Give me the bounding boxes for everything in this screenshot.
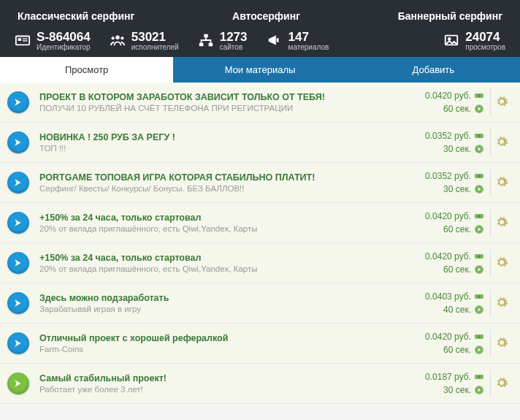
row-main: Здесь можно подзаработатьЗарабатывай игр… (39, 293, 404, 313)
row-price: 0.0420 руб. (425, 210, 471, 223)
svg-rect-7 (204, 34, 208, 37)
money-icon (474, 131, 484, 141)
list-item[interactable]: НОВИНКА ! 250 РУБ ЗА РЕГУ !ТОП !!!0.0352… (0, 123, 520, 163)
gear-icon (495, 95, 508, 110)
svg-point-23 (478, 215, 481, 218)
cursor-icon (7, 373, 29, 394)
row-title[interactable]: ПРОЕКТ В КОТОРОМ ЗАРАБОТОК ЗАВИСИТ ТОЛЬК… (39, 92, 404, 102)
row-title[interactable]: +150% за 24 часа, только стартовал (39, 213, 404, 223)
stat-exec: 53021 исполнителей (110, 31, 179, 51)
stat-views-value: 24074 (465, 31, 505, 43)
row-price: 0.0403 руб. (425, 290, 471, 303)
list-item[interactable]: Самый стабильный проект!Работает уже бол… (0, 364, 520, 404)
tab-add[interactable]: Добавить (347, 57, 520, 83)
svg-rect-8 (199, 42, 204, 46)
row-main: +150% за 24 часа, только стартовал20% от… (39, 253, 404, 273)
row-time: 40 сек. (443, 303, 471, 316)
row-meta: 0.0352 руб.30 сек. (404, 169, 484, 196)
row-title[interactable]: Отличный проект с хорошей рефералкой (39, 333, 404, 343)
stat-views-label: просмотров (465, 43, 505, 51)
svg-point-29 (478, 295, 481, 298)
row-time: 30 сек. (443, 142, 471, 156)
cursor-icon (7, 91, 29, 113)
row-action[interactable] (490, 209, 513, 237)
stat-materials: 147 материалов (267, 31, 329, 51)
gear-icon (495, 175, 508, 191)
list-item[interactable]: PORTGAME ТОПОВАЯ ИГРА КОТОРАЯ СТАБИЛЬНО … (0, 163, 520, 203)
play-icon (474, 224, 484, 234)
svg-point-6 (121, 37, 123, 39)
row-title[interactable]: НОВИНКА ! 250 РУБ ЗА РЕГУ ! (39, 132, 404, 142)
cursor-icon (7, 332, 29, 354)
list-item[interactable]: Здесь можно подзаработатьЗарабатывай игр… (0, 283, 520, 324)
money-icon (474, 251, 484, 261)
svg-point-17 (478, 134, 481, 137)
svg-rect-10 (276, 38, 278, 42)
list-item[interactable]: +150% за 24 часа, только стартовал20% от… (0, 243, 520, 283)
row-price: 0.0187 руб. (425, 370, 471, 383)
money-icon (474, 332, 484, 342)
row-meta: 0.0187 руб.30 сек. (404, 370, 484, 397)
row-action[interactable] (490, 169, 513, 196)
top-tab-classic[interactable]: Классический серфинг (18, 10, 134, 22)
stat-materials-label: материалов (288, 43, 329, 51)
play-icon (474, 305, 484, 315)
money-icon (474, 91, 484, 101)
row-title[interactable]: Здесь можно подзаработать (39, 293, 404, 303)
row-meta: 0.0420 руб.60 сек. (404, 210, 484, 236)
svg-point-20 (478, 175, 481, 177)
task-list: ПРОЕКТ В КОТОРОМ ЗАРАБОТОК ЗАВИСИТ ТОЛЬК… (0, 83, 520, 404)
stat-id: S-864064 Идентификатор (15, 31, 91, 51)
row-main: PORTGAME ТОПОВАЯ ИГРА КОТОРАЯ СТАБИЛЬНО … (39, 172, 404, 193)
tab-view[interactable]: Просмотр (0, 57, 173, 83)
megaphone-icon (267, 32, 283, 50)
svg-point-12 (448, 37, 451, 39)
tab-my[interactable]: Мои материалы (173, 57, 346, 83)
cursor-icon (7, 292, 29, 314)
row-main: ПРОЕКТ В КОТОРОМ ЗАРАБОТОК ЗАВИСИТ ТОЛЬК… (39, 92, 404, 112)
row-time: 60 сек. (443, 263, 471, 276)
money-icon (474, 291, 484, 302)
list-item[interactable]: ПРОЕКТ В КОТОРОМ ЗАРАБОТОК ЗАВИСИТ ТОЛЬК… (0, 83, 520, 123)
tabs-blue: Просмотр Мои материалы Добавить (0, 57, 520, 83)
row-action[interactable] (490, 329, 513, 357)
row-title[interactable]: +150% за 24 часа, только стартовал (39, 253, 404, 263)
svg-point-14 (478, 94, 481, 97)
stat-exec-label: исполнителей (131, 43, 179, 51)
row-action[interactable] (490, 370, 513, 397)
stat-views: 24074 просмотров (443, 31, 505, 51)
row-time: 30 сек. (443, 383, 471, 397)
money-icon (474, 171, 484, 181)
row-meta: 0.0403 руб.40 сек. (404, 290, 484, 316)
row-meta: 0.0420 руб.60 сек. (404, 250, 484, 276)
top-tab-banner[interactable]: Баннерный серфинг (398, 10, 502, 22)
play-icon (474, 345, 484, 355)
row-price: 0.0420 руб. (425, 330, 471, 343)
row-meta: 0.0352 руб.30 сек. (404, 129, 484, 156)
row-action[interactable] (490, 289, 513, 317)
stat-materials-value: 147 (288, 31, 329, 43)
gear-icon (495, 376, 508, 392)
row-action[interactable] (490, 129, 513, 156)
row-price: 0.0420 руб. (425, 250, 471, 263)
play-icon (474, 184, 484, 194)
row-action[interactable] (490, 88, 513, 116)
row-title[interactable]: PORTGAME ТОПОВАЯ ИГРА КОТОРАЯ СТАБИЛЬНО … (39, 172, 404, 183)
cursor-icon (7, 212, 29, 234)
row-title[interactable]: Самый стабильный проект! (39, 373, 404, 383)
row-subtitle: ПОЛУЧИ 10 РУБЛЕЙ НА СЧЁТ ТЕЛЕФОНА ПРИ РЕ… (39, 104, 404, 112)
row-time: 60 сек. (443, 223, 471, 236)
list-item[interactable]: Отличный проект с хорошей рефералкойFarm… (0, 324, 520, 364)
svg-point-4 (115, 35, 120, 39)
row-subtitle: Работает уже более 3 лет! (39, 385, 404, 394)
gear-icon (495, 336, 508, 351)
gear-icon (495, 215, 508, 231)
svg-rect-1 (18, 38, 22, 41)
gear-icon (495, 296, 508, 311)
row-price: 0.0420 руб. (425, 89, 471, 102)
svg-point-26 (478, 255, 481, 258)
row-meta: 0.0420 руб.60 сек. (404, 330, 484, 356)
list-item[interactable]: +150% за 24 часа, только стартовал20% от… (0, 203, 520, 243)
row-action[interactable] (490, 249, 513, 277)
top-tab-auto[interactable]: Автосерфинг (232, 10, 300, 22)
